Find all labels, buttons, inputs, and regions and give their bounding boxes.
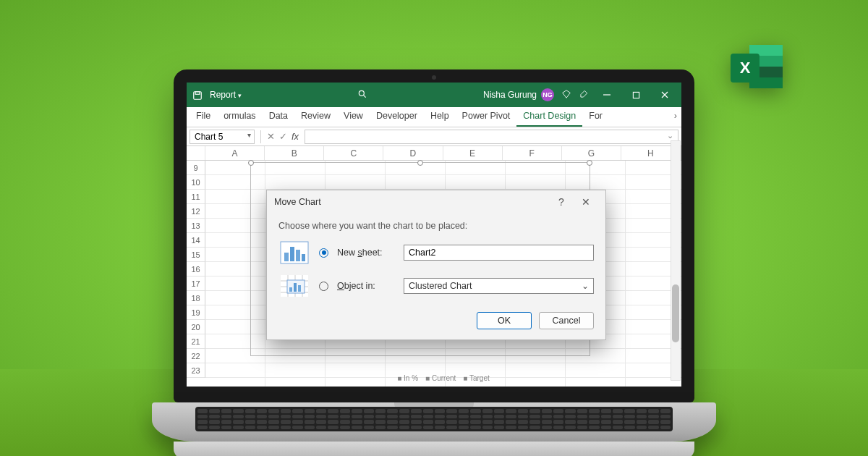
brush-icon[interactable]: [579, 89, 589, 101]
ok-button[interactable]: OK: [477, 312, 532, 329]
dialog-close-icon[interactable]: ✕: [574, 196, 598, 208]
svg-rect-23: [294, 283, 297, 292]
ribbon-tabs: FileormulasDataReviewViewDeveloperHelpPo…: [187, 107, 681, 127]
svg-marker-4: [563, 90, 571, 98]
object-in-select[interactable]: Clustered Chart: [404, 278, 594, 294]
chevron-down-icon: ▾: [238, 92, 242, 99]
radio-object-in[interactable]: [319, 282, 328, 291]
svg-rect-13: [302, 254, 305, 261]
column-header[interactable]: G: [562, 146, 621, 160]
webcam: [432, 75, 436, 80]
tab-developer[interactable]: Developer: [370, 107, 424, 127]
formula-bar-row: Chart 5 ✕ ✓ fx: [187, 127, 681, 146]
close-button[interactable]: [654, 83, 676, 107]
account-name[interactable]: Nisha Gurung NG: [483, 88, 554, 101]
accept-formula-icon[interactable]: ✓: [279, 131, 287, 142]
column-header[interactable]: A: [205, 146, 265, 160]
document-name[interactable]: Report ▾: [210, 90, 242, 100]
option-new-sheet: New sheet:: [278, 240, 594, 266]
row-header[interactable]: 20: [187, 320, 205, 334]
svg-rect-0: [194, 92, 202, 100]
svg-rect-6: [633, 92, 639, 98]
svg-rect-10: [284, 253, 289, 261]
svg-rect-1: [195, 92, 200, 95]
cancel-formula-icon[interactable]: ✕: [267, 131, 275, 142]
column-header[interactable]: D: [383, 146, 443, 160]
tab-data[interactable]: Data: [263, 107, 294, 127]
laptop-base: [174, 442, 694, 456]
row-header[interactable]: 11: [187, 190, 205, 204]
tab-help[interactable]: Help: [424, 107, 456, 127]
embedded-chart-icon: [278, 273, 310, 299]
ribbon-scroll-right[interactable]: ›: [671, 107, 680, 127]
tab-ormulas[interactable]: ormulas: [217, 107, 262, 127]
row-header[interactable]: 19: [187, 305, 205, 320]
row-header[interactable]: 17: [187, 276, 205, 291]
row-header[interactable]: 10: [187, 175, 205, 190]
row-header[interactable]: 22: [187, 349, 205, 363]
row-header[interactable]: 16: [187, 262, 205, 276]
svg-line-3: [364, 95, 366, 97]
label-new-sheet: New sheet:: [337, 248, 395, 258]
avatar: NG: [541, 88, 554, 101]
diamond-icon[interactable]: [561, 89, 571, 101]
dialog-prompt: Choose where you want the chart to be pl…: [278, 221, 594, 231]
svg-rect-11: [290, 247, 294, 261]
dialog-title: Move Chart: [274, 197, 549, 207]
search-icon[interactable]: [357, 89, 367, 101]
row-header[interactable]: 21: [187, 334, 205, 349]
minimize-button[interactable]: [596, 83, 618, 107]
maximize-button[interactable]: [625, 83, 647, 107]
title-bar: Report ▾ Nisha Gurung NG: [187, 83, 681, 107]
chart-sheet-icon: [278, 240, 310, 266]
help-icon[interactable]: ?: [549, 196, 574, 208]
column-header[interactable]: F: [503, 146, 562, 160]
move-chart-dialog: Move Chart ? ✕ Choose where you want the…: [266, 190, 606, 340]
keyboard: [152, 402, 716, 442]
tab-for[interactable]: For: [582, 107, 609, 127]
tab-review[interactable]: Review: [294, 107, 337, 127]
label-object-in: Object in:: [337, 281, 395, 291]
column-header[interactable]: C: [324, 146, 383, 160]
laptop: Report ▾ Nisha Gurung NG: [174, 69, 694, 456]
new-sheet-name-input[interactable]: [404, 245, 594, 261]
column-header[interactable]: B: [265, 146, 324, 160]
row-header[interactable]: 13: [187, 219, 205, 233]
row-header[interactable]: 15: [187, 248, 205, 262]
row-header[interactable]: 14: [187, 233, 205, 248]
dialog-titlebar[interactable]: Move Chart ? ✕: [267, 190, 605, 214]
svg-point-2: [359, 90, 365, 96]
autosave-toggle[interactable]: [192, 90, 203, 101]
insert-function-icon[interactable]: fx: [292, 131, 299, 142]
scrollbar-thumb[interactable]: [672, 284, 679, 342]
excel-window: Report ▾ Nisha Gurung NG: [187, 83, 681, 387]
vertical-scrollbar[interactable]: [671, 140, 681, 381]
tab-chart-design[interactable]: Chart Design: [516, 107, 582, 127]
tab-power-pivot[interactable]: Power Pivot: [456, 107, 517, 127]
chart-legend: In %CurrentTarget: [397, 374, 489, 382]
row-headers: 91011121314151617181920212223: [187, 161, 205, 387]
cancel-button[interactable]: Cancel: [539, 312, 594, 329]
row-header[interactable]: 18: [187, 291, 205, 305]
option-object-in: Object in: Clustered Chart: [278, 273, 594, 299]
row-header[interactable]: 23: [187, 363, 205, 378]
row-header[interactable]: 9: [187, 161, 205, 175]
formula-bar[interactable]: [305, 130, 678, 144]
excel-logo: X: [731, 42, 783, 94]
select-all-corner[interactable]: [187, 146, 205, 160]
tab-file[interactable]: File: [190, 107, 217, 127]
tab-view[interactable]: View: [337, 107, 370, 127]
column-header[interactable]: E: [443, 146, 503, 160]
radio-new-sheet[interactable]: [319, 248, 328, 258]
screen-bezel: Report ▾ Nisha Gurung NG: [174, 69, 694, 402]
column-headers: ABCDEFGH: [187, 146, 681, 161]
name-box[interactable]: Chart 5: [190, 130, 255, 144]
row-header[interactable]: 12: [187, 204, 205, 219]
svg-rect-24: [298, 285, 301, 292]
svg-rect-22: [289, 287, 292, 292]
svg-rect-12: [296, 250, 300, 261]
